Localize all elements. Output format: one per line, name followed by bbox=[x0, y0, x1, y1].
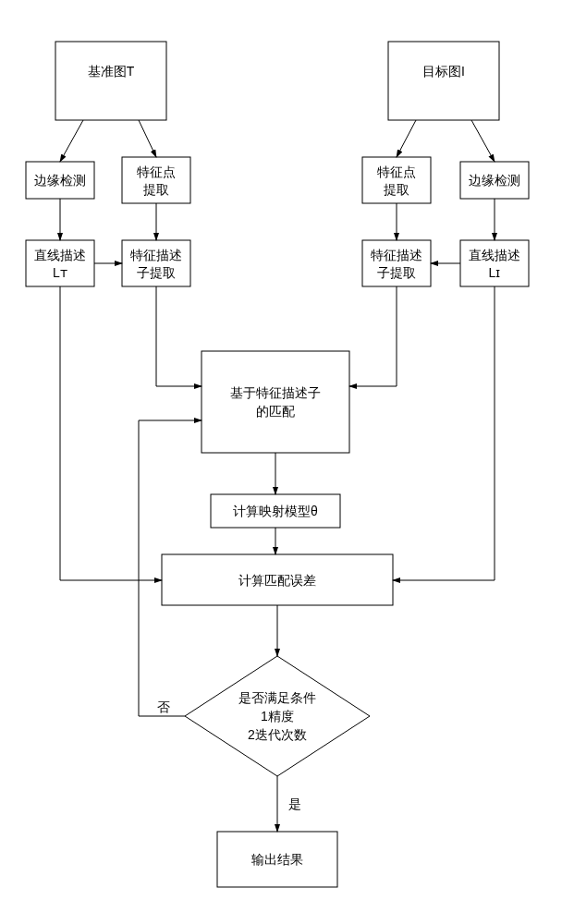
node-match bbox=[202, 351, 349, 453]
label-line-desc-right-2: Lɪ bbox=[489, 265, 501, 280]
edge bbox=[139, 120, 156, 157]
label-mapping-model: 计算映射模型θ bbox=[233, 504, 318, 518]
node-target-image bbox=[388, 42, 499, 120]
edge bbox=[349, 286, 397, 386]
node-decision: 是否满足条件 1精度 2迭代次数 bbox=[185, 656, 370, 776]
label-no: 否 bbox=[157, 699, 170, 714]
label-line-desc-left-2: Lᴛ bbox=[53, 265, 67, 280]
edge bbox=[60, 286, 162, 580]
label-edge-detect-left: 边缘检测 bbox=[34, 173, 86, 188]
edge bbox=[156, 286, 202, 386]
label-line-desc-right-1: 直线描述 bbox=[469, 248, 520, 262]
label-feature-extract-right-1: 特征点 bbox=[377, 164, 416, 179]
label-decision-3: 2迭代次数 bbox=[248, 727, 307, 742]
label-edge-detect-right: 边缘检测 bbox=[469, 173, 520, 188]
label-decision-2: 1精度 bbox=[261, 709, 294, 723]
edge bbox=[60, 120, 83, 162]
label-match-2: 的匹配 bbox=[256, 404, 295, 419]
flowchart: 基准图T 目标图I 边缘检测 特征点 提取 特征点 提取 边缘检测 直线描述 L… bbox=[0, 0, 562, 924]
label-feature-extract-right-2: 提取 bbox=[384, 182, 409, 197]
label-feature-desc-left-2: 子提取 bbox=[137, 265, 176, 280]
node-ref-image bbox=[55, 42, 166, 120]
label-feature-desc-left-1: 特征描述 bbox=[130, 248, 182, 262]
label-line-desc-left-1: 直线描述 bbox=[34, 248, 86, 262]
label-error: 计算匹配误差 bbox=[238, 573, 316, 588]
edge bbox=[471, 120, 495, 162]
label-feature-desc-right-1: 特征描述 bbox=[371, 248, 422, 262]
label-ref-image: 基准图T bbox=[88, 64, 135, 79]
label-match-1: 基于特征描述子 bbox=[230, 385, 321, 400]
label-output: 输出结果 bbox=[251, 852, 303, 867]
label-target-image: 目标图I bbox=[422, 64, 465, 79]
label-decision-1: 是否满足条件 bbox=[238, 690, 316, 705]
edge bbox=[393, 286, 495, 580]
label-feature-extract-left-1: 特征点 bbox=[137, 164, 176, 179]
label-feature-desc-right-2: 子提取 bbox=[377, 265, 416, 280]
label-feature-extract-left-2: 提取 bbox=[143, 182, 169, 197]
label-yes: 是 bbox=[288, 796, 301, 811]
edge bbox=[397, 120, 416, 157]
